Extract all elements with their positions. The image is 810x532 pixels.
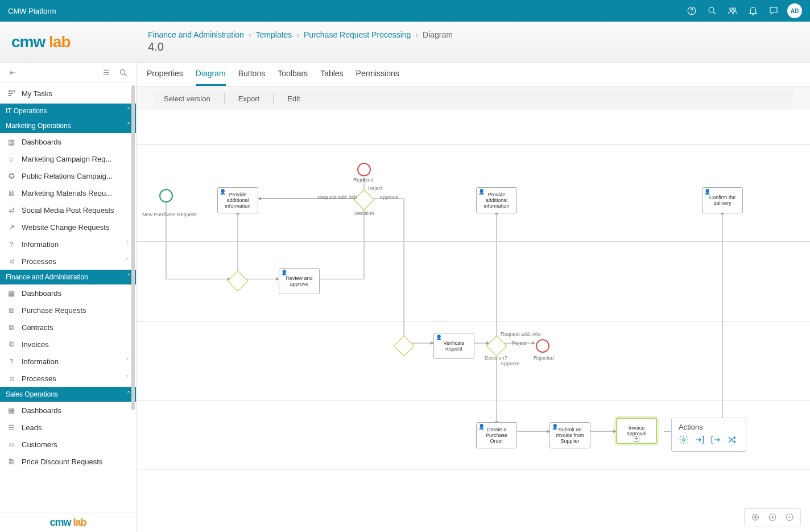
actions-panel: Actions (671, 418, 746, 452)
decision2-label: Decision? (485, 355, 507, 361)
loupe-icon: ⌕ (7, 154, 16, 163)
tab-properties[interactable]: Properties (147, 63, 183, 86)
action-exit-icon[interactable] (710, 435, 721, 447)
nav-item-customers[interactable]: ☺Customers (0, 436, 136, 453)
nav-my-tasks[interactable]: My Tasks (0, 83, 136, 104)
list-view-icon[interactable]: ☰ (100, 66, 113, 80)
zoom-out-icon[interactable] (783, 511, 796, 523)
gateway-pre-verify[interactable] (396, 339, 411, 353)
task-provide-info-2[interactable]: 👤Provide additional information (476, 187, 517, 213)
sidebar-search-icon[interactable] (117, 66, 130, 80)
nav-item-dashboards[interactable]: ▦Dashboards (0, 284, 136, 302)
task-invoice-approval[interactable]: Invoice approval+ (616, 418, 657, 444)
nav-item-price-discount-requests[interactable]: 🗎Price Discount Requests (0, 453, 136, 470)
topbar: CMW Platform AD (0, 0, 810, 22)
edge-reqinfo1: Request add. info (317, 195, 358, 200)
chevron-down-icon: ˅ (126, 357, 129, 365)
avatar[interactable]: AD (787, 3, 802, 18)
doc-icon: 🗎 (7, 323, 16, 332)
start-event[interactable] (159, 189, 173, 203)
decision-label: Decision (354, 211, 374, 216)
tab-diagram[interactable]: Diagram (196, 63, 226, 86)
gateway-decision-2[interactable] (489, 339, 504, 353)
nav-item-dashboards[interactable]: ▦Dashboards (0, 133, 136, 150)
tab-buttons[interactable]: Buttons (238, 63, 265, 86)
chevron-down-icon: ˅ (126, 257, 129, 265)
nav-item-marketing-materials-requ-[interactable]: 🗎Marketing Materials Requ... (0, 184, 136, 201)
end-rejected-1[interactable] (357, 163, 371, 176)
svg-point-4 (733, 8, 736, 11)
action-shuffle-icon[interactable] (726, 435, 737, 447)
nav-item-invoices[interactable]: ⧉Invoices (0, 336, 136, 353)
task-verify[interactable]: 👤Verificate request (433, 333, 474, 359)
start-label: New Purchase Request (142, 212, 196, 217)
info-icon: ? (7, 357, 16, 366)
people-icon[interactable] (725, 3, 741, 19)
nav-item-leads[interactable]: ☰Leads (0, 419, 136, 436)
tab-permissions[interactable]: Permissions (356, 63, 399, 86)
task-confirm-delivery[interactable]: 👤Confirm the delivery (702, 187, 743, 213)
crumb-2[interactable]: Purchase Request Processing (304, 30, 411, 39)
nav-item-purchase-requests[interactable]: 🗎Purchase Requests (0, 302, 136, 319)
section-sales-operations[interactable]: Sales Operations˄ (0, 387, 136, 402)
bell-icon[interactable] (745, 3, 761, 19)
crumb-0[interactable]: Finance and Administration (148, 30, 244, 39)
section-marketing-operations[interactable]: Marketing Operations˄ (0, 118, 136, 133)
tab-tables[interactable]: Tables (320, 63, 343, 86)
nav-item-website-change-requests[interactable]: ↗Website Change Requests (0, 218, 136, 236)
inv-icon: ⧉ (7, 340, 16, 349)
app-title: CMW Platform (8, 7, 56, 15)
edge-approve2: Approve (501, 361, 520, 366)
nav-item-processes[interactable]: ⤭Processes˅ (0, 370, 136, 387)
nav-item-information[interactable]: ?Information˅ (0, 236, 136, 253)
export-button[interactable]: Export (235, 93, 263, 104)
nav-item-dashboards[interactable]: ▦Dashboards (0, 402, 136, 419)
proc-icon: ⤭ (7, 374, 16, 383)
lead-icon: ☰ (7, 423, 16, 432)
action-settings-icon[interactable] (679, 435, 689, 447)
cust-icon: ☺ (7, 440, 16, 449)
end-rejected-2[interactable] (536, 339, 549, 353)
tabs: PropertiesDiagramButtonsToolbarsTablesPe… (137, 63, 810, 86)
crumb-1[interactable]: Templates (256, 30, 292, 39)
section-it-operations[interactable]: IT Operations˅ (0, 104, 136, 118)
chevron-down-icon: ˅ (126, 374, 129, 382)
proc-icon: ⤭ (7, 257, 16, 266)
select-version-button[interactable]: Select version (160, 93, 214, 104)
edit-button[interactable]: Edit (284, 93, 303, 104)
info-icon: ? (7, 240, 16, 249)
nav-my-tasks-label: My Tasks (22, 89, 52, 98)
nav-item-processes[interactable]: ⤭Processes˅ (0, 253, 136, 270)
nav-item-marketing-campaign-req-[interactable]: ⌕Marketing Campaign Req... (0, 150, 136, 167)
actions-title: Actions (679, 423, 739, 431)
nav-item-contracts[interactable]: 🗎Contracts (0, 319, 136, 336)
task-submit-invoice[interactable]: 👤Submit an Invoice from Supplier (549, 422, 590, 448)
tab-toolbars[interactable]: Toolbars (278, 63, 308, 86)
task-provide-info-1[interactable]: 👤Provide additional information (217, 187, 258, 213)
chat-icon[interactable] (766, 3, 782, 19)
gateway-1[interactable] (230, 274, 245, 288)
task-create-po[interactable]: 👤Create a Purchase Order (476, 422, 517, 448)
svg-point-3 (730, 8, 733, 11)
nav-item-social-media-post-requests[interactable]: ⇄Social Media Post Requests (0, 201, 136, 218)
diagram-canvas[interactable]: Actions New Purchase Request👤Pro (137, 110, 810, 532)
rejected1-label: Rejected (353, 177, 374, 183)
task-review-approve[interactable]: 👤Review and approve (279, 268, 320, 294)
scrollbar[interactable] (131, 85, 135, 502)
help-icon[interactable] (684, 3, 700, 19)
search-icon[interactable] (704, 3, 720, 19)
collapse-sidebar-icon[interactable]: ⇤ (6, 66, 19, 80)
dash-icon: ▦ (7, 137, 16, 146)
zoom-controls (744, 508, 801, 526)
gateway-decision[interactable] (357, 192, 371, 207)
sidebar: ⇤ ☰ My Tasks IT Operations˅Marketing Ope… (0, 63, 137, 532)
nav-item-information[interactable]: ?Information˅ (0, 353, 136, 370)
doc-icon: 🗎 (7, 306, 16, 315)
action-enter-icon[interactable] (695, 435, 705, 447)
zoom-in-icon[interactable] (766, 511, 779, 523)
zoom-fit-icon[interactable] (749, 511, 762, 523)
section-finance-and-administration[interactable]: Finance and Administration˄ (0, 270, 136, 284)
ext-icon: ↗ (7, 222, 16, 232)
svg-point-1 (692, 13, 692, 13)
nav-item-public-relations-campaig-[interactable]: ✪Public Relations Campaig... (0, 167, 136, 184)
